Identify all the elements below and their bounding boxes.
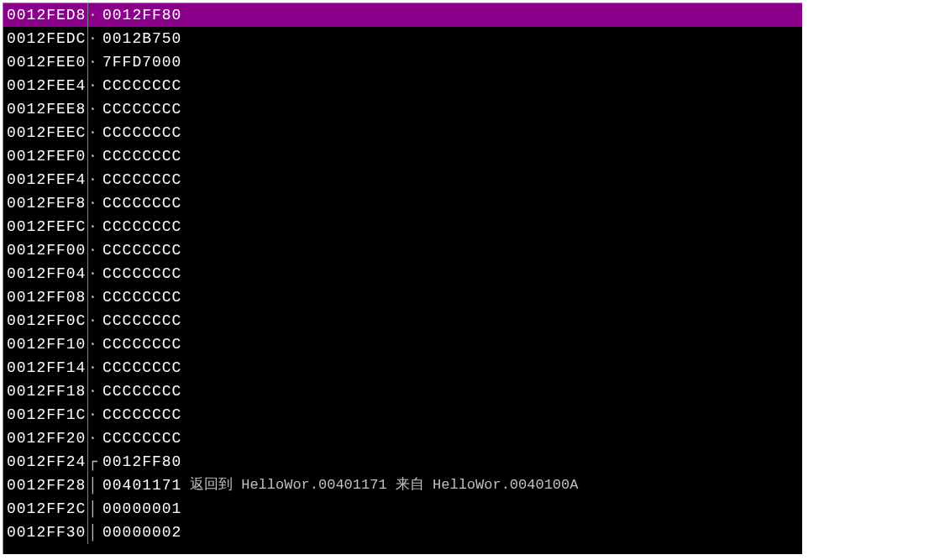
row-marker-icon: · bbox=[87, 262, 97, 285]
stack-value: CCCCCCCC bbox=[97, 427, 186, 450]
stack-comment bbox=[186, 309, 802, 332]
row-marker-icon: │ bbox=[87, 497, 97, 521]
stack-address: 0012FF1C bbox=[3, 403, 87, 427]
stack-address: 0012FF28 bbox=[3, 474, 87, 497]
stack-value: CCCCCCCC bbox=[97, 215, 186, 238]
stack-value: 00000002 bbox=[97, 521, 186, 544]
row-marker-icon: · bbox=[87, 97, 97, 121]
stack-row[interactable]: 0012FF00·CCCCCCCC bbox=[3, 238, 802, 262]
stack-value: 0012FF80 bbox=[97, 450, 186, 474]
stack-row[interactable]: 0012FF18·CCCCCCCC bbox=[3, 379, 802, 403]
stack-value: CCCCCCCC bbox=[97, 74, 186, 97]
stack-row[interactable]: 0012FEF4·CCCCCCCC bbox=[3, 168, 802, 191]
stack-address: 0012FF08 bbox=[3, 285, 87, 309]
stack-comment bbox=[186, 379, 802, 403]
stack-row[interactable]: 0012FF0C·CCCCCCCC bbox=[3, 309, 802, 332]
stack-row[interactable]: 0012FF1C·CCCCCCCC bbox=[3, 403, 802, 427]
stack-comment bbox=[186, 285, 802, 309]
stack-address: 0012FF30 bbox=[3, 521, 87, 544]
stack-comment bbox=[186, 332, 802, 356]
stack-comment bbox=[186, 497, 802, 521]
stack-value: CCCCCCCC bbox=[97, 332, 186, 356]
stack-value: CCCCCCCC bbox=[97, 379, 186, 403]
stack-comment bbox=[186, 27, 802, 50]
stack-comment bbox=[186, 50, 802, 74]
stack-comment bbox=[186, 262, 802, 285]
stack-address: 0012FEEC bbox=[3, 121, 87, 144]
stack-value: 00000001 bbox=[97, 497, 186, 521]
stack-address: 0012FEF0 bbox=[3, 144, 87, 168]
stack-comment bbox=[186, 427, 802, 450]
row-marker-icon: · bbox=[87, 168, 97, 191]
stack-value: CCCCCCCC bbox=[97, 168, 186, 191]
row-marker-icon: · bbox=[87, 74, 97, 97]
stack-row[interactable]: 0012FF20·CCCCCCCC bbox=[3, 427, 802, 450]
stack-comment bbox=[186, 121, 802, 144]
stack-row[interactable]: 0012FEEC·CCCCCCCC bbox=[3, 121, 802, 144]
row-marker-icon: │ bbox=[87, 521, 97, 544]
stack-address: 0012FF2C bbox=[3, 497, 87, 521]
stack-address: 0012FEF4 bbox=[3, 168, 87, 191]
stack-address: 0012FF10 bbox=[3, 332, 87, 356]
stack-row[interactable]: 0012FF28│00401171返回到 HelloWor.00401171 来… bbox=[3, 474, 802, 497]
row-marker-icon: · bbox=[87, 50, 97, 74]
stack-address: 0012FF00 bbox=[3, 238, 87, 262]
stack-address: 0012FF20 bbox=[3, 427, 87, 450]
stack-value: CCCCCCCC bbox=[97, 356, 186, 379]
stack-comment bbox=[186, 3, 802, 27]
row-marker-icon: · bbox=[87, 191, 97, 215]
stack-comment bbox=[186, 403, 802, 427]
stack-address: 0012FEFC bbox=[3, 215, 87, 238]
stack-row[interactable]: 0012FEF0·CCCCCCCC bbox=[3, 144, 802, 168]
row-marker-icon: · bbox=[87, 379, 97, 403]
stack-address: 0012FED8 bbox=[3, 3, 87, 27]
stack-row[interactable]: 0012FEE4·CCCCCCCC bbox=[3, 74, 802, 97]
stack-address: 0012FEE4 bbox=[3, 74, 87, 97]
row-marker-icon: · bbox=[87, 427, 97, 450]
stack-address: 0012FF0C bbox=[3, 309, 87, 332]
stack-row[interactable]: 0012FF08·CCCCCCCC bbox=[3, 285, 802, 309]
row-marker-icon: ┌ bbox=[87, 450, 97, 474]
stack-row[interactable]: 0012FF2C│00000001 bbox=[3, 497, 802, 521]
stack-comment bbox=[186, 450, 802, 474]
stack-comment: 返回到 HelloWor.00401171 来自 HelloWor.004010… bbox=[186, 474, 802, 497]
row-marker-icon: · bbox=[87, 403, 97, 427]
stack-address: 0012FF18 bbox=[3, 379, 87, 403]
stack-address: 0012FEF8 bbox=[3, 191, 87, 215]
stack-row[interactable]: 0012FF10·CCCCCCCC bbox=[3, 332, 802, 356]
stack-row[interactable]: 0012FF24┌0012FF80 bbox=[3, 450, 802, 474]
stack-row[interactable]: 0012FEE0·7FFD7000 bbox=[3, 50, 802, 74]
stack-value: 7FFD7000 bbox=[97, 50, 186, 74]
stack-row[interactable]: 0012FEDC·0012B750 bbox=[3, 27, 802, 50]
stack-value: CCCCCCCC bbox=[97, 262, 186, 285]
stack-value: CCCCCCCC bbox=[97, 403, 186, 427]
stack-comment bbox=[186, 356, 802, 379]
stack-comment bbox=[186, 238, 802, 262]
stack-row[interactable]: 0012FF30│00000002 bbox=[3, 521, 802, 544]
row-marker-icon: · bbox=[87, 215, 97, 238]
row-marker-icon: · bbox=[87, 121, 97, 144]
stack-row[interactable]: 0012FF04·CCCCCCCC bbox=[3, 262, 802, 285]
stack-row[interactable]: 0012FEF8·CCCCCCCC bbox=[3, 191, 802, 215]
stack-value: CCCCCCCC bbox=[97, 144, 186, 168]
stack-row[interactable]: 0012FED8·0012FF80 bbox=[3, 3, 802, 27]
stack-comment bbox=[186, 144, 802, 168]
stack-dump-panel[interactable]: 0012FED8·0012FF800012FEDC·0012B7500012FE… bbox=[3, 3, 802, 554]
stack-value: CCCCCCCC bbox=[97, 309, 186, 332]
stack-address: 0012FEE0 bbox=[3, 50, 87, 74]
stack-row[interactable]: 0012FEE8·CCCCCCCC bbox=[3, 97, 802, 121]
row-marker-icon: · bbox=[87, 309, 97, 332]
stack-row[interactable]: 0012FF14·CCCCCCCC bbox=[3, 356, 802, 379]
stack-comment bbox=[186, 97, 802, 121]
stack-comment bbox=[186, 168, 802, 191]
stack-address: 0012FEE8 bbox=[3, 97, 87, 121]
stack-row[interactable]: 0012FEFC·CCCCCCCC bbox=[3, 215, 802, 238]
stack-comment bbox=[186, 74, 802, 97]
stack-comment bbox=[186, 215, 802, 238]
stack-value: CCCCCCCC bbox=[97, 191, 186, 215]
stack-comment bbox=[186, 191, 802, 215]
row-marker-icon: · bbox=[87, 238, 97, 262]
row-marker-icon: · bbox=[87, 144, 97, 168]
stack-comment bbox=[186, 521, 802, 544]
stack-value: 00401171 bbox=[97, 474, 186, 497]
